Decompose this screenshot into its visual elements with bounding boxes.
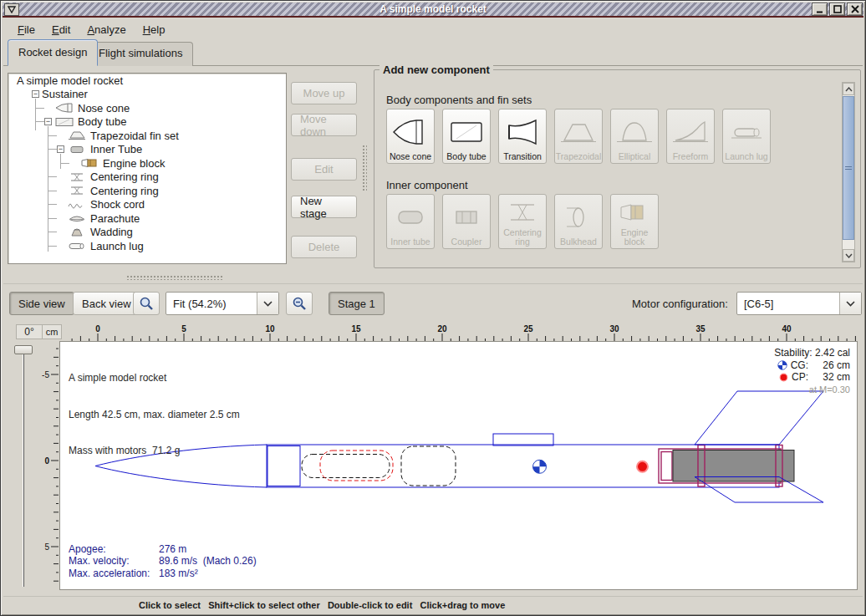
component-scrollbar[interactable] [842, 82, 855, 262]
tree-item-shock-cord[interactable]: Shock cord [8, 198, 286, 212]
tree-item-centering-ring[interactable]: Centering ring [8, 184, 286, 198]
flight-summary: Apogee:276 mMax. velocity:89.6 m/s (Mach… [69, 543, 257, 580]
minimize-button[interactable] [812, 3, 828, 16]
side-view-button[interactable]: Side view [9, 292, 74, 315]
shock-cord-icon [67, 200, 87, 210]
svg-text:30: 30 [609, 324, 619, 333]
add-centering-ring-button: Centering ring [498, 194, 547, 249]
cp-value: 32 cm [812, 371, 850, 384]
motor-configuration-label: Motor configuration: [632, 298, 728, 310]
inner-tube-icon [67, 145, 87, 155]
rotation-slider-handle[interactable] [14, 345, 33, 354]
motor-select-dropdown-button[interactable] [839, 293, 861, 314]
rocket-canvas[interactable]: A simple model rocket Length 42.5 cm, ma… [59, 341, 858, 590]
tree-item-engine-block[interactable]: Engine block [8, 156, 286, 171]
add-body-tube-button[interactable]: Body tube [442, 109, 491, 164]
rocket-mass-line: Mass with motors 71.2 g [69, 445, 240, 457]
component-button-label: Body tube [446, 152, 486, 161]
tree-item-parachute[interactable]: Parachute [8, 211, 286, 226]
parachute-icon [67, 213, 87, 223]
close-icon [851, 5, 859, 13]
stage-1-toggle[interactable]: Stage 1 [329, 292, 385, 315]
group-label-body-components-and-fin-sets: Body components and fin sets [386, 94, 532, 106]
delete-button: Delete [291, 236, 357, 258]
flight-row: Max. acceleration:183 m/s² [69, 568, 257, 580]
scrollbar-thumb[interactable] [843, 96, 854, 240]
rocket-name-line: A simple model rocket [69, 372, 240, 384]
tree-item-wadding[interactable]: Wadding [8, 226, 286, 240]
menu-analyze[interactable]: Analyze [79, 21, 133, 38]
tree-expander[interactable]: − [57, 145, 64, 153]
stability-line: Stability: 2.42 cal [774, 347, 850, 359]
add-nose-cone-button[interactable]: Nose cone [386, 109, 435, 164]
new-stage-button[interactable]: New stage [291, 196, 357, 218]
cg-marker-icon [777, 360, 787, 370]
window-menu-button[interactable] [4, 3, 19, 16]
horizontal-splitter-handle[interactable] [126, 275, 223, 280]
tab-flight-simulations[interactable]: Flight simulations [88, 42, 193, 66]
menu-edit[interactable]: Edit [44, 21, 78, 38]
application-window: A simple model rocket FileEditAnalyzeHel… [0, 0, 866, 616]
component-tree[interactable]: A simple model rocket−SustainerNose cone… [8, 73, 287, 264]
zoom-level-value: Fit (54.2%) [166, 298, 257, 310]
tree-item-label: Shock cord [90, 198, 145, 211]
add-transition-button[interactable]: Transition [498, 109, 547, 164]
tree-item-label: Parachute [90, 212, 140, 225]
zoom-select-dropdown-button[interactable] [257, 293, 278, 314]
tree-item-sustainer[interactable]: −Sustainer [8, 88, 286, 102]
maximize-button[interactable] [829, 3, 845, 16]
flight-row-label: Max. acceleration: [69, 568, 159, 580]
add-coupler-button: Coupler [442, 194, 491, 249]
scroll-up-button[interactable] [843, 83, 854, 95]
maximize-icon [833, 5, 842, 13]
title-bar[interactable]: A simple model rocket [3, 3, 863, 18]
component-button-label: Transition [503, 152, 542, 161]
svg-text:15: 15 [351, 324, 361, 333]
rocket-info-text: A simple model rocket Length 42.5 cm, ma… [69, 348, 240, 481]
flight-row: Max. velocity:89.6 m/s (Mach 0.26) [69, 555, 257, 568]
svg-text:5: 5 [44, 542, 49, 552]
tree-item-label: Inner Tube [90, 143, 142, 155]
tree-item-body-tube[interactable]: −Body tube [8, 115, 286, 130]
close-button[interactable] [847, 3, 863, 16]
tree-item-label: Launch lug [90, 240, 144, 252]
tree-item-trapezoidal-fin-set[interactable]: Trapezoidal fin set [8, 129, 286, 143]
menu-bar: FileEditAnalyzeHelp [3, 19, 863, 39]
chevron-down-icon [846, 301, 855, 307]
body-tube-icon [448, 111, 485, 152]
tree-expander[interactable]: − [32, 90, 39, 98]
tree-item-centering-ring[interactable]: Centering ring [8, 171, 286, 185]
cp-label: CP: [792, 371, 808, 384]
tree-item-launch-lug[interactable]: Launch lug [8, 239, 286, 253]
centering-ring-icon [504, 196, 541, 228]
zoom-level-select[interactable]: Fit (54.2%) [166, 292, 279, 315]
transition-icon [504, 111, 541, 152]
tree-item-a-simple-model-rocket[interactable]: A simple model rocket [8, 74, 286, 88]
centering-ring-icon [67, 186, 87, 196]
component-button-row: Inner tubeCouplerCentering ringBulkheadE… [386, 194, 659, 249]
tree-item-nose-cone[interactable]: Nose cone [8, 101, 286, 115]
scroll-down-button[interactable] [843, 249, 854, 262]
tab-rocket-design[interactable]: Rocket design [8, 39, 98, 66]
back-view-button[interactable]: Back view [73, 292, 140, 315]
tree-line [36, 121, 44, 122]
flight-row-label: Max. velocity: [69, 555, 159, 568]
tree-item-label: Trapezoidal fin set [90, 130, 179, 142]
zoom-in-button[interactable] [133, 292, 160, 315]
menu-file[interactable]: File [10, 21, 43, 38]
view-toolbar: Side view Back view Fit (54.2%) Stage 1 … [3, 283, 863, 321]
add-freeform-button: Freeform [666, 109, 715, 164]
rotation-slider-track[interactable] [23, 346, 24, 587]
zoom-out-button[interactable] [286, 292, 313, 315]
menu-help[interactable]: Help [135, 21, 173, 38]
group-label-inner-component: Inner component [386, 179, 468, 191]
tree-item-inner-tube[interactable]: −Inner Tube [8, 143, 286, 157]
engine-block-icon [616, 196, 653, 228]
motor-configuration-select[interactable]: [C6-5] [736, 292, 862, 315]
fin-icon [67, 130, 87, 140]
component-button-label: Trapezoidal [556, 152, 601, 161]
vertical-splitter-handle[interactable] [362, 145, 367, 191]
motor-configuration-value: [C6-5] [737, 298, 839, 310]
tree-expander[interactable]: − [44, 118, 52, 125]
window-menu-icon [8, 6, 16, 13]
